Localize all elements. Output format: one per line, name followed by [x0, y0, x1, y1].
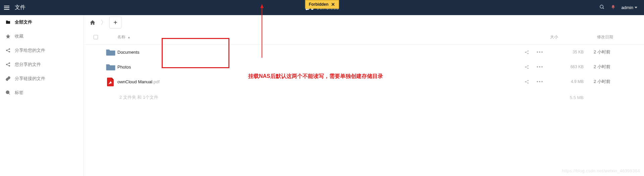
file-name[interactable]: ownCloud Manual.pdf: [117, 79, 520, 84]
svg-point-12: [9, 65, 10, 67]
svg-point-20: [527, 68, 528, 69]
svg-point-23: [527, 82, 528, 83]
more-icon[interactable]: •••: [533, 64, 547, 70]
sidebar-item-favorites[interactable]: 收藏: [0, 29, 84, 43]
add-button[interactable]: +: [109, 16, 121, 29]
sidebar-item-all-files[interactable]: 全部文件: [0, 15, 84, 29]
sidebar-item-label: 您分享的文件: [15, 61, 41, 68]
user-menu[interactable]: admin: [622, 5, 637, 10]
folder-icon: [104, 48, 117, 56]
file-size: 35 KB: [547, 50, 594, 54]
col-size[interactable]: 大小: [547, 34, 594, 40]
close-icon[interactable]: ✕: [331, 2, 335, 7]
sort-asc-icon: ▲: [127, 36, 130, 39]
pdf-icon: [104, 77, 117, 86]
topbar-left: 文件: [0, 4, 25, 11]
file-name[interactable]: Photos: [117, 64, 520, 70]
search-tag-icon: [5, 90, 11, 95]
col-name[interactable]: 名称: [117, 34, 125, 40]
svg-line-5: [603, 8, 604, 9]
file-size: 4.9 MB: [547, 79, 594, 84]
svg-point-18: [525, 66, 526, 67]
svg-point-9: [9, 51, 10, 52]
share-icon[interactable]: [520, 64, 533, 70]
summary-text: 2 文件夹 和 1个文件: [117, 94, 520, 100]
sidebar-item-label: 分享链接的文件: [15, 76, 45, 82]
file-modified: 2 小时前: [594, 49, 641, 55]
file-size: 663 KB: [547, 64, 594, 69]
folder-icon: [5, 19, 11, 25]
search-icon[interactable]: [599, 4, 605, 11]
breadcrumb-separator: 〉: [101, 18, 107, 27]
svg-point-16: [527, 50, 528, 51]
summary-size: 5.5 MB: [547, 95, 594, 100]
main-area: 〉 + 名称 ▲ 大小 修改日期 Documents: [84, 15, 644, 176]
file-table: 名称 ▲ 大小 修改日期 Documents ••• 35 KB 2 小时前: [84, 30, 644, 106]
svg-point-7: [6, 50, 7, 51]
forbidden-toast: Forbidden ✕: [305, 0, 339, 9]
svg-point-19: [527, 65, 528, 66]
share-in-icon: [5, 48, 11, 53]
svg-point-15: [525, 51, 526, 52]
more-icon[interactable]: •••: [533, 49, 547, 55]
file-table-header: 名称 ▲ 大小 修改日期: [84, 30, 644, 45]
svg-point-21: [525, 81, 526, 82]
file-name[interactable]: Documents: [117, 50, 520, 55]
svg-point-11: [9, 62, 10, 64]
svg-point-22: [527, 80, 528, 81]
star-icon: [5, 34, 11, 39]
col-modified[interactable]: 修改日期: [594, 34, 641, 40]
svg-line-14: [9, 93, 10, 94]
app-title: 文件: [15, 4, 25, 11]
svg-point-10: [6, 64, 7, 65]
breadcrumb-home[interactable]: [87, 17, 98, 28]
select-all-checkbox[interactable]: [94, 35, 98, 39]
svg-point-13: [6, 91, 9, 94]
link-icon: [5, 76, 11, 81]
menu-icon[interactable]: [4, 6, 9, 10]
sidebar: 全部文件 收藏 分享给您的文件 您分享的文件 分享链接的文件 标签: [0, 15, 84, 176]
chevron-down-icon: [635, 7, 637, 8]
sidebar-item-shared-links[interactable]: 分享链接的文件: [0, 72, 84, 86]
file-modified: 2 小时前: [594, 64, 641, 70]
sidebar-item-label: 标签: [15, 90, 23, 96]
sidebar-item-shared-with-you[interactable]: 分享给您的文件: [0, 43, 84, 57]
file-summary: 2 文件夹 和 1个文件 5.5 MB: [84, 89, 644, 106]
svg-point-4: [600, 5, 603, 8]
table-row[interactable]: Photos ••• 663 KB 2 小时前: [84, 59, 644, 74]
folder-icon: [104, 63, 117, 71]
sidebar-item-label: 收藏: [15, 33, 23, 39]
svg-point-8: [9, 48, 10, 50]
sidebar-item-tags[interactable]: 标签: [0, 86, 84, 100]
notification-bell-icon[interactable]: [611, 4, 615, 11]
share-out-icon: [5, 62, 11, 67]
user-label: admin: [622, 5, 633, 10]
file-modified: 2 小时前: [594, 79, 641, 85]
sidebar-item-label: 分享给您的文件: [15, 47, 45, 53]
table-row[interactable]: ownCloud Manual.pdf ••• 4.9 MB 2 小时前: [84, 74, 644, 89]
controls-bar: 〉 +: [84, 15, 644, 30]
more-icon[interactable]: •••: [533, 79, 547, 84]
share-icon[interactable]: [520, 79, 533, 84]
svg-point-17: [527, 53, 528, 54]
share-icon[interactable]: [520, 50, 533, 55]
toast-message: Forbidden: [309, 2, 329, 7]
sidebar-item-label: 全部文件: [15, 19, 32, 25]
svg-point-6: [612, 8, 613, 9]
content: 全部文件 收藏 分享给您的文件 您分享的文件 分享链接的文件 标签 〉: [0, 15, 644, 176]
topbar-right: admin: [599, 4, 644, 11]
sidebar-item-shared-by-you[interactable]: 您分享的文件: [0, 57, 84, 72]
table-row[interactable]: Documents ••• 35 KB 2 小时前: [84, 45, 644, 59]
